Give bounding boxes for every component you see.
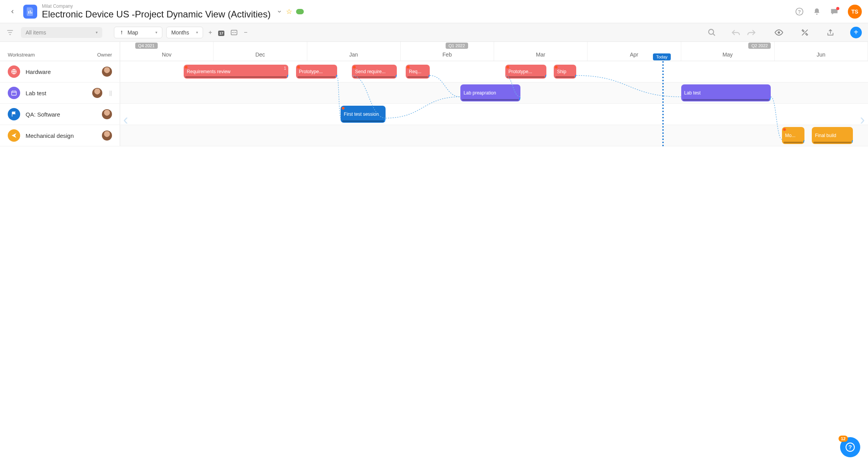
app-header: Milat Company Electronic Device US -Proj… bbox=[0, 0, 868, 23]
row-sidebar: Hardware bbox=[0, 61, 120, 82]
items-filter-dropdown[interactable]: All items ▾ bbox=[21, 27, 102, 38]
fit-range-button[interactable] bbox=[229, 28, 239, 37]
link-handle[interactable] bbox=[852, 140, 853, 143]
workstream-name[interactable]: Lab test bbox=[26, 90, 87, 96]
status-dot bbox=[506, 66, 509, 69]
collapse-button[interactable]: − bbox=[242, 27, 249, 38]
task-label: Prototype... bbox=[299, 69, 334, 74]
owner-avatar[interactable] bbox=[102, 67, 112, 77]
row-sidebar: Mechanical design bbox=[0, 125, 120, 146]
quarter-pill: Q1 2022 bbox=[446, 43, 468, 49]
month-cell: Dec bbox=[214, 42, 307, 61]
svg-rect-10 bbox=[12, 91, 16, 95]
workstream-icon bbox=[8, 129, 20, 142]
link-handle[interactable] bbox=[336, 75, 337, 78]
task-label: Prototype... bbox=[508, 69, 543, 74]
task-send[interactable]: Send require... bbox=[352, 65, 397, 79]
workstream-icon bbox=[8, 65, 20, 78]
scroll-right-button[interactable]: › bbox=[860, 112, 865, 128]
quarter-pill: Q4 2021 bbox=[135, 43, 158, 49]
link-handle[interactable] bbox=[287, 75, 288, 78]
status-dot bbox=[353, 66, 356, 69]
status-dot bbox=[783, 128, 786, 131]
workstream-row: Lab test||Lab preaprationLab test bbox=[0, 82, 868, 104]
task-ship[interactable]: Ship bbox=[554, 65, 576, 79]
task-labtest2[interactable]: Lab test bbox=[681, 84, 771, 101]
zoom-dropdown[interactable]: Months ▾ bbox=[166, 27, 203, 38]
row-body[interactable]: Requirements review1Prototype...Send req… bbox=[120, 61, 868, 82]
status-dot bbox=[555, 66, 558, 69]
filter-icon[interactable] bbox=[6, 29, 14, 36]
task-label: Final build bbox=[815, 133, 850, 138]
doc-icon bbox=[23, 5, 37, 19]
title-block: Milat Company Electronic Device US -Proj… bbox=[42, 3, 270, 20]
link-handle[interactable] bbox=[545, 75, 546, 78]
task-firsttest[interactable]: First test session bbox=[341, 106, 386, 123]
search-icon[interactable] bbox=[706, 27, 718, 38]
messages-icon[interactable] bbox=[830, 8, 839, 15]
drag-handle[interactable]: || bbox=[109, 90, 112, 96]
help-icon[interactable]: ? bbox=[795, 7, 804, 16]
visibility-icon[interactable] bbox=[773, 27, 785, 38]
workstream-name[interactable]: QA: Software bbox=[26, 111, 96, 118]
add-column-button[interactable]: + bbox=[207, 27, 214, 38]
col-owner: Owner bbox=[97, 52, 112, 58]
row-sidebar: QA: Software bbox=[0, 104, 120, 125]
today-button[interactable]: 17 bbox=[217, 27, 226, 38]
workstream-name[interactable]: Hardware bbox=[26, 69, 96, 75]
task-req2[interactable]: Req... bbox=[406, 65, 430, 79]
owner-avatar[interactable] bbox=[92, 88, 102, 98]
workstream-name[interactable]: Mechanical design bbox=[26, 132, 96, 139]
owner-avatar[interactable] bbox=[102, 130, 112, 141]
link-handle[interactable] bbox=[384, 119, 386, 122]
view-mode-label: Map bbox=[127, 29, 138, 36]
task-proto2[interactable]: Prototype... bbox=[505, 65, 546, 79]
task-mo[interactable]: Mo... bbox=[782, 127, 804, 144]
task-badge: 1 bbox=[284, 66, 286, 71]
svg-rect-0 bbox=[28, 11, 29, 14]
task-label: Ship bbox=[557, 69, 573, 74]
task-proto1[interactable]: Prototype... bbox=[296, 65, 337, 79]
chevron-down-icon: ▾ bbox=[196, 30, 198, 34]
notifications-icon[interactable] bbox=[813, 7, 821, 16]
undo-button[interactable] bbox=[730, 28, 742, 37]
svg-rect-2 bbox=[31, 12, 32, 14]
status-dot bbox=[185, 66, 188, 69]
back-button[interactable] bbox=[6, 5, 19, 18]
chevron-down-icon: ▾ bbox=[155, 30, 157, 34]
link-handle[interactable] bbox=[519, 98, 520, 101]
task-label: Lab preapration bbox=[463, 90, 517, 96]
status-dot bbox=[297, 66, 300, 69]
title-dropdown[interactable] bbox=[277, 9, 282, 14]
months-row: Q4 2021Q1 2022Q2 2022NovDecJanFebMarAprM… bbox=[120, 42, 868, 61]
user-avatar[interactable]: TS bbox=[848, 5, 862, 19]
sync-status-icon bbox=[296, 9, 304, 14]
sidebar-header: Workstream Owner bbox=[0, 42, 120, 61]
link-handle[interactable] bbox=[770, 98, 771, 101]
task-label: First test session bbox=[344, 112, 382, 117]
status-dot bbox=[342, 107, 344, 110]
view-mode-dropdown[interactable]: Map ▾ bbox=[114, 27, 162, 38]
link-handle[interactable] bbox=[803, 140, 804, 143]
svg-point-5 bbox=[816, 14, 817, 15]
favorite-star-icon[interactable]: ☆ bbox=[286, 7, 292, 16]
row-body[interactable]: Mo...Final build bbox=[120, 125, 868, 146]
share-icon[interactable] bbox=[825, 27, 836, 38]
title-actions: ☆ bbox=[277, 7, 304, 16]
scroll-left-button[interactable]: ‹ bbox=[123, 112, 128, 128]
task-labprep[interactable]: Lab preapration bbox=[460, 84, 520, 101]
redo-button[interactable] bbox=[746, 28, 757, 37]
link-handle[interactable] bbox=[429, 75, 430, 78]
owner-avatar[interactable] bbox=[102, 109, 112, 119]
task-final[interactable]: Final build bbox=[812, 127, 853, 144]
toolbar: All items ▾ Map ▾ Months ▾ + 17 − bbox=[0, 23, 868, 42]
link-handle[interactable] bbox=[575, 75, 576, 78]
row-body[interactable]: Lab preaprationLab test bbox=[120, 82, 868, 103]
link-handle[interactable] bbox=[396, 75, 397, 78]
add-button[interactable]: + bbox=[850, 27, 862, 38]
workstream-icon bbox=[8, 87, 20, 99]
task-req[interactable]: Requirements review1 bbox=[184, 65, 288, 79]
month-cell: Mar bbox=[494, 42, 587, 61]
row-body[interactable]: First test session bbox=[120, 104, 868, 125]
tools-icon[interactable] bbox=[799, 27, 811, 38]
